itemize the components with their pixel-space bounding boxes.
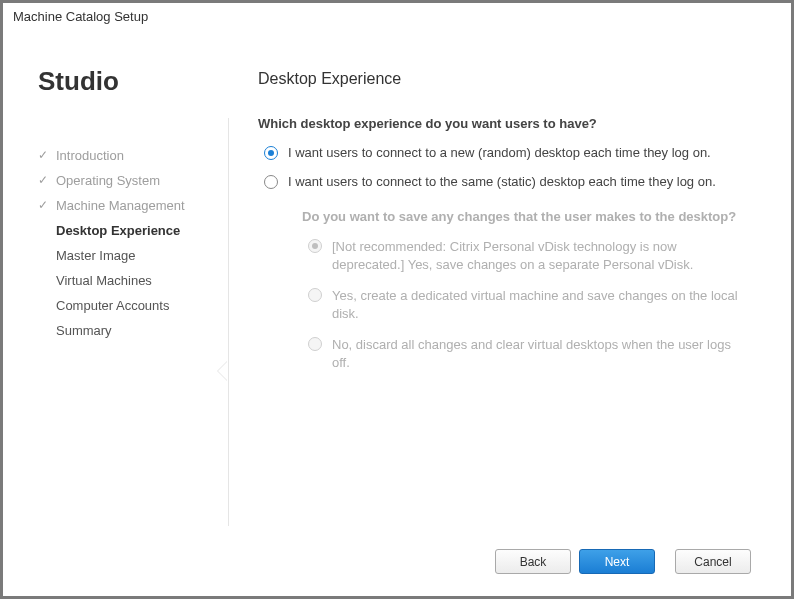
next-button[interactable]: Next	[579, 549, 655, 574]
wizard-window: Machine Catalog Setup Studio Introductio…	[0, 0, 794, 599]
sub-question: Do you want to save any changes that the…	[302, 209, 751, 224]
option-label: Yes, create a dedicated virtual machine …	[332, 287, 751, 322]
option-label: [Not recommended: Citrix Personal vDisk …	[332, 238, 751, 273]
page-heading: Desktop Experience	[258, 70, 751, 88]
sub-section: Do you want to save any changes that the…	[302, 209, 751, 381]
sidebar-heading: Studio	[38, 66, 228, 97]
step-label: Summary	[56, 323, 112, 338]
nav-button-group: Back Next	[495, 549, 655, 574]
sub-option-discard: No, discard all changes and clear virtua…	[302, 332, 751, 381]
step-introduction[interactable]: Introduction	[38, 143, 228, 168]
step-summary: Summary	[38, 318, 228, 343]
sub-option-pvdisk: [Not recommended: Citrix Personal vDisk …	[302, 234, 751, 283]
divider-notch	[227, 361, 239, 381]
sub-option-dedicated-vm: Yes, create a dedicated virtual machine …	[302, 283, 751, 332]
radio-icon	[264, 146, 278, 160]
option-random-desktop[interactable]: I want users to connect to a new (random…	[258, 141, 751, 170]
option-static-desktop[interactable]: I want users to connect to the same (sta…	[258, 170, 751, 199]
radio-icon	[308, 337, 322, 351]
step-list: Introduction Operating System Machine Ma…	[38, 143, 228, 343]
step-label: Operating System	[56, 173, 160, 188]
option-label: No, discard all changes and clear virtua…	[332, 336, 751, 371]
main-question: Which desktop experience do you want use…	[258, 116, 751, 131]
step-label: Introduction	[56, 148, 124, 163]
step-label: Desktop Experience	[56, 223, 180, 238]
option-label: I want users to connect to the same (sta…	[288, 174, 716, 189]
step-computer-accounts: Computer Accounts	[38, 293, 228, 318]
wizard-footer: Back Next Cancel	[495, 549, 751, 574]
step-desktop-experience[interactable]: Desktop Experience	[38, 218, 228, 243]
back-button[interactable]: Back	[495, 549, 571, 574]
wizard-body: Studio Introduction Operating System Mac…	[3, 28, 791, 596]
radio-icon	[264, 175, 278, 189]
option-label: I want users to connect to a new (random…	[288, 145, 711, 160]
step-master-image: Master Image	[38, 243, 228, 268]
window-title: Machine Catalog Setup	[3, 3, 791, 28]
cancel-button[interactable]: Cancel	[675, 549, 751, 574]
step-operating-system[interactable]: Operating System	[38, 168, 228, 193]
wizard-content: Desktop Experience Which desktop experie…	[228, 28, 791, 596]
wizard-sidebar: Studio Introduction Operating System Mac…	[3, 28, 228, 596]
sidebar-divider	[228, 118, 229, 526]
step-label: Virtual Machines	[56, 273, 152, 288]
step-virtual-machines: Virtual Machines	[38, 268, 228, 293]
step-label: Computer Accounts	[56, 298, 169, 313]
step-label: Machine Management	[56, 198, 185, 213]
radio-icon	[308, 288, 322, 302]
step-label: Master Image	[56, 248, 135, 263]
radio-icon	[308, 239, 322, 253]
step-machine-management[interactable]: Machine Management	[38, 193, 228, 218]
